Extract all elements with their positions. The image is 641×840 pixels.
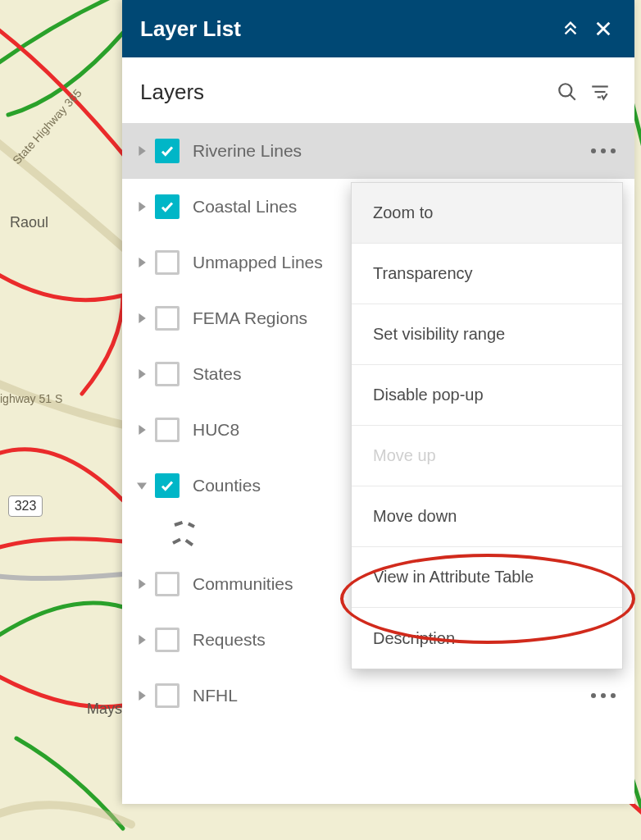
svg-point-2 xyxy=(559,84,571,96)
layer-context-menu: Zoom toTransparencySet visibility rangeD… xyxy=(351,182,623,669)
chevron-right-icon[interactable] xyxy=(134,576,150,592)
chevron-right-icon[interactable] xyxy=(134,143,150,159)
ellipsis-icon xyxy=(591,148,616,153)
ellipsis-icon xyxy=(591,693,616,698)
layer-visibility-checkbox[interactable] xyxy=(155,683,180,708)
svg-marker-10 xyxy=(139,313,145,323)
close-panel-button[interactable] xyxy=(587,12,620,45)
chevron-right-icon[interactable] xyxy=(134,366,150,382)
context-menu-item-label: Set visibility range xyxy=(373,325,505,344)
context-menu-item[interactable]: Set visibility range xyxy=(352,304,622,365)
panel-header: Layer List xyxy=(122,0,634,57)
collapse-icon xyxy=(571,29,571,30)
context-menu-item-label: Disable pop-up xyxy=(373,386,484,404)
context-menu-item[interactable]: Description xyxy=(352,608,622,669)
svg-line-3 xyxy=(570,94,575,100)
layer-visibility-checkbox[interactable] xyxy=(155,250,180,275)
chevron-down-icon[interactable] xyxy=(134,477,150,494)
panel-subtitle: Layers xyxy=(140,80,551,105)
search-layers-button[interactable] xyxy=(551,75,584,108)
context-menu-item-label: Description xyxy=(373,629,455,648)
route-shield-323: 323 xyxy=(8,495,43,517)
layer-label: Riverine Lines xyxy=(193,141,587,161)
context-menu-item[interactable]: View in Attribute Table xyxy=(352,547,622,608)
svg-marker-15 xyxy=(139,635,145,645)
chevron-right-icon[interactable] xyxy=(134,687,150,704)
chevron-right-icon[interactable] xyxy=(134,199,150,215)
context-menu-item[interactable]: Transparency xyxy=(352,244,622,304)
context-menu-item-label: Move down xyxy=(373,507,457,526)
context-menu-item-label: Zoom to xyxy=(373,203,433,222)
context-menu-item-label: View in Attribute Table xyxy=(373,568,534,587)
context-menu-item[interactable]: Disable pop-up xyxy=(352,365,622,426)
chevron-right-icon[interactable] xyxy=(134,310,150,326)
place-label-raoul: Raoul xyxy=(10,214,48,231)
context-menu-item[interactable]: Move down xyxy=(352,486,622,547)
svg-marker-11 xyxy=(139,369,145,379)
layer-visibility-checkbox[interactable] xyxy=(155,362,180,386)
close-icon xyxy=(603,29,604,30)
filter-layers-button[interactable] xyxy=(584,75,616,108)
collapse-all-button[interactable] xyxy=(554,12,587,45)
chevron-right-icon[interactable] xyxy=(134,254,150,271)
layer-visibility-checkbox[interactable] xyxy=(155,306,180,331)
layer-visibility-checkbox[interactable] xyxy=(155,572,180,596)
filter-icon xyxy=(600,92,601,93)
svg-marker-8 xyxy=(139,202,145,212)
svg-marker-13 xyxy=(137,482,147,489)
layer-visibility-checkbox[interactable] xyxy=(155,418,180,442)
layer-label: NFHL xyxy=(193,686,587,705)
layer-actions-button[interactable] xyxy=(587,679,620,712)
layer-actions-button[interactable] xyxy=(587,135,620,167)
svg-marker-9 xyxy=(139,258,145,267)
svg-marker-7 xyxy=(139,146,145,156)
context-menu-item[interactable]: Zoom to xyxy=(352,183,622,244)
search-icon xyxy=(567,92,568,93)
context-menu-item-label: Transparency xyxy=(373,264,473,283)
place-label-mays: Mays xyxy=(87,701,122,718)
panel-subheader: Layers xyxy=(122,57,634,123)
layer-visibility-checkbox[interactable] xyxy=(155,628,180,652)
chevron-right-icon[interactable] xyxy=(134,422,150,438)
context-menu-item: Move up xyxy=(352,426,622,486)
layer-visibility-checkbox[interactable] xyxy=(155,194,180,219)
panel-title: Layer List xyxy=(140,16,554,42)
svg-marker-16 xyxy=(139,691,145,701)
svg-marker-12 xyxy=(139,425,145,435)
svg-marker-14 xyxy=(139,579,145,589)
layer-visibility-checkbox[interactable] xyxy=(155,139,180,163)
layer-item[interactable]: Riverine Lines xyxy=(122,123,634,179)
layer-item[interactable]: NFHL xyxy=(122,668,634,724)
chevron-right-icon[interactable] xyxy=(134,632,150,648)
layer-visibility-checkbox[interactable] xyxy=(155,473,180,498)
context-menu-item-label: Move up xyxy=(373,446,436,465)
